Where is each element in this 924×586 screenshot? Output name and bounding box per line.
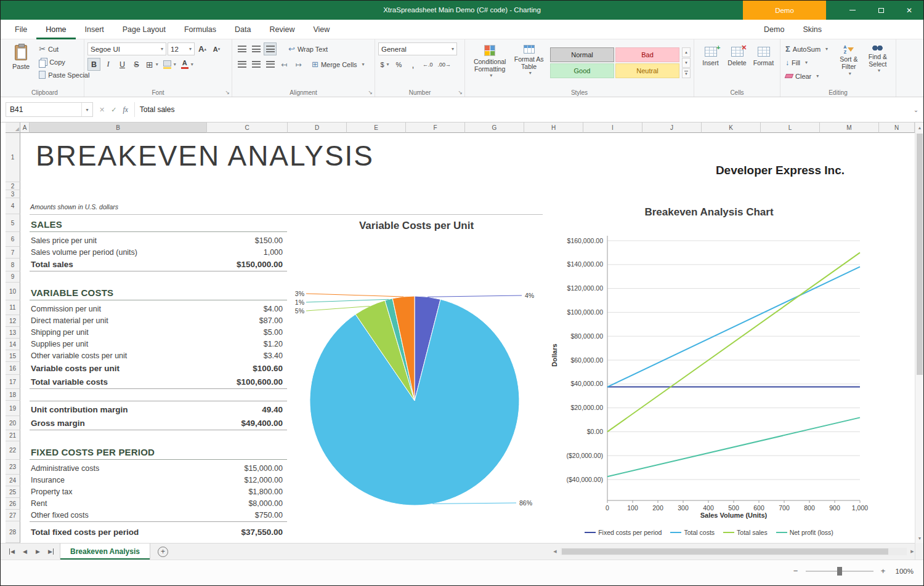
cell-style-bad[interactable]: Bad (615, 47, 679, 62)
add-sheet-button[interactable]: + (158, 547, 168, 557)
align-top-button[interactable] (235, 42, 248, 55)
borders-button[interactable]: ⊞▾ (144, 58, 160, 71)
row-header-11[interactable]: 11 (6, 300, 20, 315)
column-header-J[interactable]: J (642, 122, 702, 133)
row-header-2[interactable]: 2 (6, 182, 20, 190)
row-header-8[interactable]: 8 (6, 259, 20, 271)
sheet-row-13[interactable]: Shipping per unit$5.00 (30, 327, 288, 339)
italic-button[interactable]: I (102, 58, 115, 71)
sheet-row-17[interactable]: Total variable costs$100,600.00 (30, 375, 288, 389)
sheet-row-10[interactable]: VARIABLE COSTS (30, 283, 288, 300)
row-header-14[interactable]: 14 (6, 339, 20, 350)
comma-style-button[interactable]: , (407, 58, 419, 71)
increase-indent-button[interactable]: ↦ (292, 58, 305, 71)
ribbon-tab-view[interactable]: View (304, 20, 339, 39)
dialog-launcher-icon[interactable]: ↘ (458, 90, 463, 95)
row-header-28[interactable]: 28 (6, 521, 20, 543)
increase-decimal-button[interactable]: ←.0 (421, 58, 435, 71)
column-header-K[interactable]: K (702, 122, 761, 133)
scroll-left-button[interactable]: ◀ (551, 547, 559, 556)
gallery-expand-button[interactable]: ▼ (682, 68, 691, 78)
wrap-text-button[interactable]: ↩Wrap Text (286, 42, 330, 55)
column-header-A[interactable]: A (20, 122, 30, 133)
column-header-N[interactable]: N (879, 122, 915, 133)
demo-badge-button[interactable]: Demo (743, 1, 826, 20)
align-middle-button[interactable] (249, 42, 262, 55)
column-header-C[interactable]: C (207, 122, 288, 133)
dialog-launcher-icon[interactable]: ↘ (368, 90, 373, 95)
accounting-format-button[interactable]: $▾ (378, 58, 391, 71)
sort-filter-button[interactable]: AZ Sort & Filter ▾ (835, 42, 863, 87)
row-header-7[interactable]: 7 (6, 247, 20, 259)
ribbon-tab-page-layout[interactable]: Page Layout (113, 20, 175, 39)
copy-button[interactable]: Copy (37, 55, 91, 68)
last-sheet-button[interactable]: ▶ (44, 544, 57, 560)
formula-input[interactable]: Total sales (135, 105, 909, 114)
underline-button[interactable]: U (116, 58, 129, 71)
line-chart[interactable]: $160,000.00$140,000.00$120,000.00$100,00… (549, 204, 915, 543)
column-header-B[interactable]: B (30, 122, 207, 133)
row-header-13[interactable]: 13 (6, 327, 20, 339)
sheet-row-26[interactable]: Rent$8,000.00 (30, 498, 288, 510)
sheet-row-16[interactable]: Variable costs per unit$100.60 (30, 362, 288, 375)
row-header-26[interactable]: 26 (6, 498, 20, 510)
row-header-27[interactable]: 27 (6, 510, 20, 521)
minimize-button[interactable] (838, 1, 867, 20)
ribbon-tab-data[interactable]: Data (225, 20, 260, 39)
column-header-I[interactable]: I (583, 122, 642, 133)
format-cells-button[interactable]: Format (750, 42, 777, 87)
ribbon-tab-review[interactable]: Review (260, 20, 304, 39)
sheet-row-19[interactable]: Unit contribution margin49.40 (30, 401, 288, 416)
align-bottom-button[interactable] (264, 42, 277, 55)
zoom-out-button[interactable]: − (792, 566, 800, 576)
font-family-select[interactable]: Segoe UI▾ (87, 42, 166, 55)
gallery-scroll-down-button[interactable]: ▼ (682, 58, 691, 68)
row-header-25[interactable]: 25 (6, 486, 20, 498)
row-header-4[interactable]: 4 (6, 198, 20, 214)
gallery-scroll-up-button[interactable]: ▲ (682, 47, 691, 57)
paste-button[interactable]: Paste (9, 42, 33, 81)
row-header-15[interactable]: 15 (6, 350, 20, 362)
cell-style-normal[interactable]: Normal (550, 47, 614, 62)
ribbon-tab-demo[interactable]: Demo (755, 20, 793, 39)
scroll-down-button[interactable]: ▼ (915, 533, 924, 543)
row-header-20[interactable]: 20 (6, 416, 20, 430)
horizontal-scrollbar-thumb[interactable] (562, 548, 888, 555)
row-header-22[interactable]: 22 (6, 441, 20, 460)
maximize-button[interactable] (867, 1, 895, 20)
horizontal-scrollbar[interactable]: ◀ ▶ (551, 547, 917, 556)
sheet-row-8[interactable]: Total sales$150,000.00 (30, 259, 288, 271)
zoom-slider[interactable] (806, 567, 873, 576)
row-header-3[interactable]: 3 (6, 190, 20, 198)
dialog-launcher-icon[interactable]: ↘ (225, 90, 230, 95)
zoom-slider-thumb[interactable] (837, 567, 842, 576)
insert-function-button[interactable]: fx (123, 106, 128, 113)
format-as-table-button[interactable]: Format As Table ▾ (511, 42, 546, 76)
row-header-1[interactable]: 1 (6, 133, 20, 182)
ribbon-tab-insert[interactable]: Insert (76, 20, 113, 39)
insert-cells-button[interactable]: + Insert (697, 42, 724, 87)
sheet-row-7[interactable]: Sales volume per period (units)1,000 (30, 247, 288, 259)
row-header-18[interactable]: 18 (6, 389, 20, 401)
zoom-in-button[interactable]: + (879, 566, 888, 576)
sheet-row-12[interactable]: Direct material per unit$87.00 (30, 315, 288, 327)
number-format-select[interactable]: General▾ (378, 42, 457, 55)
previous-sheet-button[interactable]: ◀ (18, 544, 31, 560)
row-header-16[interactable]: 16 (6, 362, 20, 375)
row-header-19[interactable]: 19 (6, 401, 20, 416)
row-header-24[interactable]: 24 (6, 475, 20, 486)
fill-color-button[interactable]: ▾ (161, 58, 178, 71)
column-header-F[interactable]: F (406, 122, 465, 133)
expand-formula-bar-button[interactable]: ⌄ (909, 106, 923, 113)
sheet-row-23[interactable]: Administrative costs$15,000.00 (30, 460, 288, 475)
ribbon-tab-skins[interactable]: Skins (793, 20, 831, 39)
increase-font-size-button[interactable]: A▴ (196, 42, 209, 55)
row-header-10[interactable]: 10 (6, 283, 20, 300)
font-size-select[interactable]: 12▾ (168, 42, 195, 55)
find-select-button[interactable]: Find & Select ▾ (863, 42, 893, 87)
sheet-row-5[interactable]: SALES (30, 214, 288, 232)
cell-style-good[interactable]: Good (550, 63, 614, 78)
column-header-L[interactable]: L (761, 122, 820, 133)
row-header-9[interactable]: 9 (6, 271, 20, 283)
name-box[interactable]: B41 ▾ (6, 102, 93, 117)
